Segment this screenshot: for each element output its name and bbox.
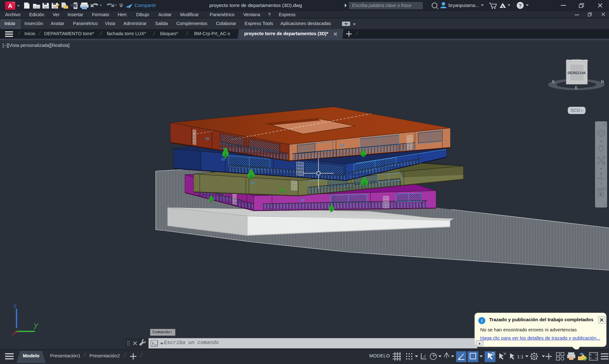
svg-text:DERECHA: DERECHA [568,71,586,75]
svg-text:bryanputama...: bryanputama... [449,3,479,8]
svg-text:S: S [552,80,554,84]
svg-text:i: i [481,318,482,323]
svg-text:Z: Z [14,303,16,309]
svg-text:Escriba palabra clave o frase: Escriba palabra clave o frase [352,3,411,8]
svg-text:N: N [601,80,604,84]
svg-text:?: ? [519,3,521,8]
svg-text:1:1: 1:1 [517,354,524,359]
svg-text:E: E [575,86,578,90]
svg-text:A: A [8,3,12,9]
